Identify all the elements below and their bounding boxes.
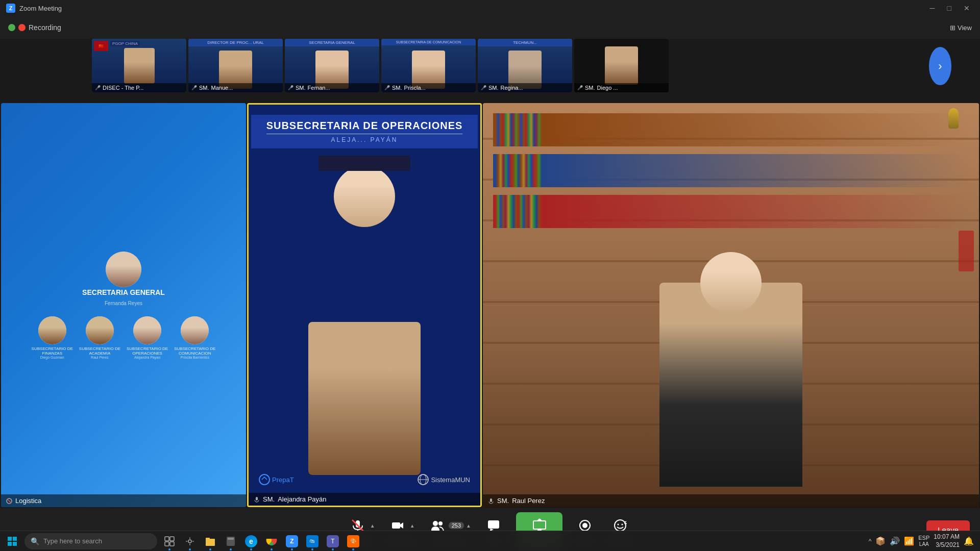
network-icon[interactable]: 📶 bbox=[904, 536, 914, 546]
svg-rect-16 bbox=[488, 520, 499, 529]
calculator-button[interactable] bbox=[220, 531, 241, 552]
svg-point-15 bbox=[438, 521, 443, 525]
maximize-button[interactable]: □ bbox=[943, 3, 955, 13]
video-prefix-center: SM. bbox=[263, 495, 275, 503]
start-button[interactable] bbox=[0, 531, 24, 552]
svg-point-2 bbox=[259, 474, 270, 485]
recording-label: Recording bbox=[29, 23, 61, 32]
strip-label-1: 🎤 DISEC - The P... bbox=[92, 83, 186, 92]
svg-point-33 bbox=[188, 540, 191, 543]
org-sub1-role: SUBSECRETARIO DEFINANZAS bbox=[32, 346, 73, 356]
org-sub3-avatar bbox=[133, 316, 161, 344]
close-button[interactable]: ✕ bbox=[960, 3, 974, 13]
task-view-button[interactable] bbox=[159, 531, 180, 552]
subsec-title-overlay: SUBSECRETARIA DE OPERACIONES ALEJA... PA… bbox=[249, 115, 480, 148]
strip-name-2: Manue... bbox=[211, 85, 233, 91]
subsec-title-main: SUBSECRETARIA DE OPERACIONES bbox=[266, 120, 463, 132]
strip-prefix-2: SM. bbox=[199, 85, 209, 91]
svg-rect-37 bbox=[228, 538, 234, 540]
taskbar-search[interactable]: 🔍 Type here to search bbox=[24, 533, 157, 549]
dropbox-icon[interactable]: 📦 bbox=[875, 536, 886, 546]
settings-button[interactable] bbox=[180, 531, 200, 552]
language-code: ESP bbox=[918, 535, 929, 541]
svg-rect-32 bbox=[170, 542, 174, 546]
video-prefix-right: SM. bbox=[497, 497, 509, 505]
store-icon: 🛍 bbox=[306, 535, 318, 547]
strip-participant-1[interactable]: 🇨🇳 PGOP CHINA 🎤 DISEC - The P... bbox=[92, 39, 186, 92]
mic-icon-center bbox=[254, 496, 260, 503]
stop-video-chevron[interactable]: ▲ bbox=[410, 523, 415, 529]
view-icon: ⊞ bbox=[950, 24, 955, 32]
paint-icon: 🎨 bbox=[347, 535, 359, 547]
taskbar-clock[interactable]: 10:07 AM 3/5/2021 bbox=[934, 533, 960, 549]
teams-button[interactable]: T bbox=[323, 531, 343, 552]
org-sub2-avatar bbox=[86, 316, 114, 344]
strip-participant-4[interactable]: SUBSECRETARIA DE COMUNICACION 🎤 SM. Pris… bbox=[381, 39, 476, 92]
mic-icon-right bbox=[488, 498, 494, 504]
clock-date: 3/5/2021 bbox=[934, 541, 960, 549]
file-explorer-button[interactable] bbox=[200, 531, 220, 552]
chrome-icon bbox=[265, 535, 278, 547]
strip-participant-2[interactable]: DIRECTOR DE PROC... URAL 🎤 SM. Manue... bbox=[188, 39, 283, 92]
edge-button[interactable]: e bbox=[241, 531, 261, 552]
video-name-left: Logistica bbox=[15, 497, 41, 505]
org-sub4-name: Priscila Barrientos bbox=[181, 356, 209, 359]
zoom-button[interactable]: Z bbox=[282, 531, 302, 552]
svg-rect-31 bbox=[165, 542, 169, 546]
participants-chevron[interactable]: ▲ bbox=[466, 523, 471, 529]
strip-prefix-4: SM. bbox=[392, 85, 402, 91]
minimize-button[interactable]: ─ bbox=[926, 3, 939, 13]
title-bar: Z Zoom Meeting ─ □ ✕ bbox=[0, 0, 980, 16]
main-video-area: SECRETARIA GENERAL Fernanda Reyes SUBSEC… bbox=[0, 102, 980, 508]
org-main-name: Fernanda Reyes bbox=[105, 300, 142, 306]
video-cell-center: SUBSECRETARIA DE OPERACIONES ALEJA... PA… bbox=[247, 103, 482, 507]
svg-rect-27 bbox=[8, 542, 12, 546]
strip-participant-3[interactable]: SECRETARIA GENERAL 🎤 SM. Fernan... bbox=[285, 39, 379, 92]
strip-label-4: 🎤 SM. Priscla... bbox=[381, 83, 476, 92]
language-indicator[interactable]: ESP LAA bbox=[918, 535, 929, 547]
svg-rect-35 bbox=[206, 538, 210, 540]
red-recording-dot bbox=[18, 24, 26, 31]
task-view-icon bbox=[164, 536, 175, 547]
participant-strip: 🇨🇳 PGOP CHINA 🎤 DISEC - The P... DIRECTO… bbox=[92, 39, 939, 95]
strip-participant-6[interactable]: 🎤 SM. Diego ... bbox=[574, 39, 669, 92]
strip-label-5: 🎤 SM. Regina... bbox=[478, 83, 572, 92]
edge-icon: e bbox=[245, 535, 257, 547]
right-video-background bbox=[483, 103, 979, 507]
video-label-left: Logistica bbox=[1, 494, 246, 507]
org-sub2-role: SUBSECRETARIO DEACADEMIA bbox=[79, 346, 120, 356]
view-button[interactable]: ⊞ View bbox=[950, 24, 972, 32]
org-sub4-role: SUBSECRETARIO DECOMUNICACION bbox=[174, 346, 215, 356]
strip-participant-5[interactable]: TECHMUN... 🎤 SM. Regina... bbox=[478, 39, 572, 92]
strip-name-6: Diego ... bbox=[597, 85, 618, 91]
view-label: View bbox=[958, 24, 972, 32]
store-button[interactable]: 🛍 bbox=[302, 531, 323, 552]
svg-point-22 bbox=[615, 520, 626, 531]
org-main-title: SECRETARIA GENERAL bbox=[82, 288, 165, 296]
mic-icon-left bbox=[6, 498, 12, 504]
unmute-chevron[interactable]: ▲ bbox=[370, 523, 375, 529]
prepat-label: PrepaT bbox=[272, 476, 294, 484]
video-cell-left: SECRETARIA GENERAL Fernanda Reyes SUBSEC… bbox=[1, 103, 246, 507]
svg-rect-12 bbox=[392, 522, 400, 529]
tray-expand[interactable]: ^ bbox=[869, 538, 872, 545]
strip-name-4: Priscla... bbox=[404, 85, 426, 91]
org-top-avatar bbox=[106, 252, 141, 287]
language-region: LAA bbox=[919, 541, 929, 547]
paint-button[interactable]: 🎨 bbox=[343, 531, 363, 552]
strip-next-button[interactable]: › bbox=[929, 47, 951, 85]
strip-prefix-6: SM. bbox=[585, 85, 595, 91]
svg-rect-8 bbox=[490, 498, 492, 502]
settings-icon bbox=[184, 536, 195, 547]
volume-icon[interactable]: 🔊 bbox=[890, 536, 900, 546]
svg-point-24 bbox=[621, 524, 623, 525]
window-controls[interactable]: ─ □ ✕ bbox=[926, 3, 974, 13]
svg-rect-25 bbox=[8, 537, 12, 541]
svg-rect-30 bbox=[170, 537, 174, 541]
taskbar-right: ^ 📦 🔊 📶 ESP LAA 10:07 AM 3/5/2021 🔔 bbox=[869, 533, 980, 549]
svg-line-1 bbox=[7, 499, 11, 503]
notification-icon[interactable]: 🔔 bbox=[964, 536, 974, 546]
subsec-background: SUBSECRETARIA DE OPERACIONES ALEJA... PA… bbox=[249, 105, 480, 506]
org-sub3-name: Alejandra Payan bbox=[134, 356, 160, 359]
chrome-button[interactable] bbox=[261, 531, 282, 552]
